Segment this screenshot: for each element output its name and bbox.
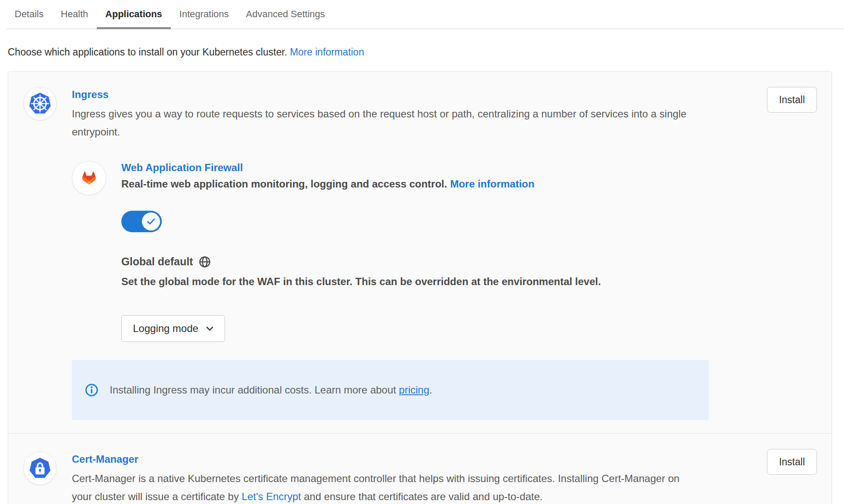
globe-icon: [199, 256, 211, 268]
check-icon: [147, 218, 155, 225]
alert-text-after: .: [429, 384, 432, 396]
ingress-description: Ingress gives you a way to route request…: [72, 105, 713, 141]
cert-manager-lock-icon: [23, 452, 57, 485]
tab-integrations[interactable]: Integrations: [171, 4, 237, 28]
ingress-install-button[interactable]: Install: [767, 87, 817, 113]
cert-manager-title: Cert-Manager: [72, 453, 745, 465]
gitlab-tanuki-icon: [72, 161, 106, 195]
waf-description-text: Real-time web application monitoring, lo…: [121, 178, 447, 190]
applications-card: Ingress Ingress gives you a way to route…: [8, 71, 832, 504]
tab-health[interactable]: Health: [52, 4, 97, 28]
waf-title: Web Application Firewall: [121, 162, 601, 174]
waf-toggle[interactable]: [121, 211, 162, 232]
kubernetes-helm-icon: [23, 87, 57, 120]
tab-applications[interactable]: Applications: [97, 4, 171, 28]
chevron-down-icon: [206, 326, 213, 331]
ingress-cost-alert: Installing Ingress may incur additional …: [72, 360, 709, 420]
tab-details[interactable]: Details: [6, 4, 52, 28]
info-icon: [85, 383, 99, 397]
ingress-content: Ingress Ingress gives you a way to route…: [72, 87, 745, 420]
alert-text-before: Installing Ingress may incur additional …: [110, 384, 399, 396]
waf-section: Web Application Firewall Real-time web a…: [72, 161, 745, 342]
waf-global-default-label: Global default: [121, 255, 601, 268]
waf-content: Web Application Firewall Real-time web a…: [121, 161, 601, 342]
waf-more-information-link[interactable]: More information: [450, 178, 534, 190]
waf-global-default-text: Global default: [121, 255, 193, 268]
cert-manager-install-button[interactable]: Install: [767, 449, 817, 475]
ingress-title: Ingress: [72, 89, 745, 101]
waf-description: Real-time web application monitoring, lo…: [121, 178, 601, 190]
cert-description-after: and ensure that certificates are valid a…: [301, 491, 543, 502]
waf-mode-selected: Logging mode: [133, 323, 198, 335]
tab-advanced-settings[interactable]: Advanced Settings: [237, 4, 333, 28]
intro-text: Choose which applications to install on …: [8, 46, 844, 58]
intro-text-body: Choose which applications to install on …: [8, 46, 287, 58]
ingress-section: Ingress Ingress gives you a way to route…: [8, 71, 832, 433]
lets-encrypt-link[interactable]: Let's Encrypt: [242, 491, 301, 502]
pricing-link[interactable]: pricing: [399, 384, 429, 396]
more-information-link[interactable]: More information: [290, 46, 364, 58]
waf-global-default-help: Set the global mode for the WAF in this …: [121, 276, 601, 288]
cert-manager-description: Cert-Manager is a native Kubernetes cert…: [72, 470, 693, 504]
waf-mode-dropdown[interactable]: Logging mode: [121, 315, 225, 342]
waf-toggle-knob: [142, 212, 160, 230]
cert-manager-section: Cert-Manager Cert-Manager is a native Ku…: [8, 433, 832, 504]
ingress-cost-alert-text: Installing Ingress may incur additional …: [110, 384, 432, 396]
cert-manager-content: Cert-Manager Cert-Manager is a native Ku…: [72, 452, 745, 504]
cluster-tab-bar: Details Health Applications Integrations…: [6, 0, 844, 29]
